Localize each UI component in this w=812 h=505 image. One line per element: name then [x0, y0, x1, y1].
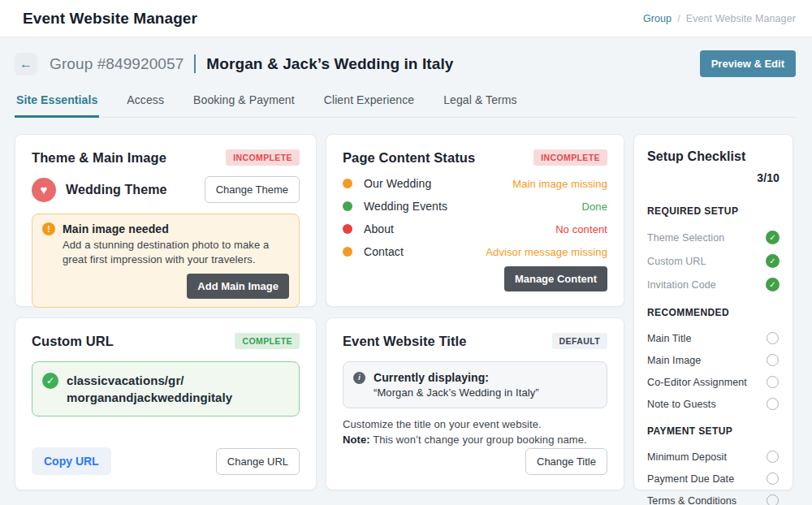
custom-url-card: Custom URL COMPLETE ✓ classicvacations/g… — [15, 317, 317, 490]
setup-checklist-card: Setup Checklist 3/10 REQUIRED SETUP Them… — [633, 134, 793, 490]
breadcrumb: Group / Event Website Manager — [643, 13, 796, 24]
checklist-section-required: REQUIRED SETUP — [647, 205, 780, 217]
custom-url-badge: COMPLETE — [235, 333, 300, 349]
event-website-title-card: Event Website Title DEFAULT i Currently … — [326, 317, 624, 490]
page-content-status-card: Page Content Status INCOMPLETE Our Weddi… — [326, 134, 624, 307]
back-button[interactable]: ← — [15, 53, 37, 76]
breadcrumb-current: Event Website Manager — [686, 13, 796, 24]
checklist-item-label: Main Title — [647, 333, 692, 344]
warning-button-row: Add Main Image — [42, 274, 289, 299]
manage-content-button[interactable]: Manage Content — [504, 266, 607, 291]
status-value: Done — [582, 201, 607, 213]
checklist-item-theme-selection: Theme Selection ✓ — [647, 231, 780, 244]
title-divider — [194, 54, 196, 73]
custom-url-header: Custom URL COMPLETE — [32, 333, 300, 349]
change-url-button[interactable]: Change URL — [216, 448, 300, 475]
main-content: ← Group #849920057 Morgan & Jack’s Weddi… — [0, 37, 812, 490]
url-display-box: ✓ classicvacations/gr/ morganandjackwedd… — [32, 361, 300, 417]
checklist-item-custom-url: Custom URL ✓ — [647, 254, 780, 268]
checklist-item-invitation-code: Invitation Code ✓ — [647, 278, 780, 291]
status-dot — [343, 201, 352, 211]
checklist-item-label: Co-Editor Assignment — [647, 377, 747, 388]
content-status-title: Page Content Status — [343, 150, 475, 166]
checklist-item-terms-conditions: Terms & Conditions — [647, 494, 780, 505]
empty-circle-icon — [767, 376, 779, 388]
website-title-header: Event Website Title DEFAULT — [343, 333, 607, 349]
tab-access[interactable]: Access — [125, 90, 166, 118]
tab-legal-terms[interactable]: Legal & Terms — [442, 90, 519, 118]
url-button-row: Copy URL Change URL — [32, 447, 300, 475]
theme-row: ♥ Wedding Theme Change Theme — [32, 176, 300, 203]
empty-circle-icon — [767, 473, 779, 485]
title-hint-text: Customize the title on your event websit… — [343, 417, 607, 448]
checklist-progress-count: 3/10 — [647, 171, 780, 184]
checklist-item-main-title: Main Title — [647, 332, 780, 344]
website-title-card-title: Event Website Title — [343, 334, 467, 349]
status-row-about: About No content — [343, 222, 607, 235]
status-value: No content — [555, 223, 607, 235]
heart-icon: ♥ — [32, 178, 56, 202]
checklist-item-label: Main Image — [647, 355, 701, 366]
add-main-image-button[interactable]: Add Main Image — [187, 274, 289, 299]
check-circle-icon: ✓ — [766, 254, 780, 268]
status-dot — [343, 224, 352, 234]
empty-circle-icon — [767, 451, 779, 463]
group-number: Group #849920057 — [50, 55, 184, 73]
change-theme-button[interactable]: Change Theme — [205, 176, 300, 203]
checklist-item-label: Note to Guests — [647, 399, 716, 410]
main-image-warning-box: ! Main image needed Add a stunning desti… — [32, 214, 300, 308]
empty-circle-icon — [767, 332, 779, 344]
status-row-our-wedding: Our Wedding Main image missing — [343, 177, 607, 190]
tab-site-essentials[interactable]: Site Essentials — [15, 90, 99, 118]
empty-circle-icon — [767, 398, 779, 410]
manage-button-row: Manage Content — [343, 266, 607, 291]
checklist-item-label: Invitation Code — [647, 279, 716, 291]
status-row-contact: Contact Advisor message missing — [343, 245, 607, 258]
checklist-section-recommended: RECOMMENDED — [647, 307, 780, 318]
status-rows: Our Wedding Main image missing Wedding E… — [343, 177, 607, 258]
warning-title: Main image needed — [63, 222, 169, 235]
check-circle-icon: ✓ — [42, 373, 58, 389]
preview-edit-button[interactable]: Preview & Edit — [700, 50, 796, 77]
status-dot — [343, 179, 352, 188]
url-line1: classicvacations/gr/ — [67, 373, 184, 387]
checklist-recommended-items: Main Title Main Image Co-Editor Assignme… — [647, 322, 780, 410]
theme-name: Wedding Theme — [66, 183, 167, 197]
card-grid: Theme & Main Image INCOMPLETE ♥ Wedding … — [15, 134, 796, 490]
checklist-title: Setup Checklist — [647, 149, 780, 164]
status-value: Main image missing — [512, 178, 607, 190]
currently-displaying-value: “Morgan & Jack’s Wedding in Italy” — [374, 386, 597, 399]
checklist-item-label: Minimum Deposit — [647, 451, 727, 463]
title-button-row: Change Title — [343, 448, 607, 475]
website-title-badge: DEFAULT — [552, 333, 607, 349]
content-status-badge: INCOMPLETE — [533, 149, 607, 166]
checklist-item-label: Custom URL — [647, 256, 706, 267]
checklist-required-items: Theme Selection ✓ Custom URL ✓ Invitatio… — [647, 221, 780, 291]
checklist-item-payment-due-date: Payment Due Date — [647, 473, 780, 485]
app-header: Event Website Manager Group / Event Webs… — [0, 0, 812, 37]
checklist-item-label: Theme Selection — [647, 232, 724, 244]
checklist-item-minimum-deposit: Minimum Deposit — [647, 451, 780, 463]
check-circle-icon: ✓ — [766, 231, 780, 244]
checklist-payment-items: Minimum Deposit Payment Due Date Terms &… — [647, 441, 780, 505]
tab-client-experience[interactable]: Client Experience — [322, 90, 416, 118]
status-row-wedding-events: Wedding Events Done — [343, 200, 607, 213]
empty-circle-icon — [767, 494, 779, 505]
status-dot — [343, 247, 352, 257]
theme-status-badge: INCOMPLETE — [226, 149, 300, 166]
change-title-button[interactable]: Change Title — [525, 448, 607, 475]
breadcrumb-group-link[interactable]: Group — [643, 13, 672, 24]
note-label: Note: — [343, 434, 370, 446]
checklist-item-label: Payment Due Date — [647, 473, 734, 485]
custom-url-title: Custom URL — [32, 334, 114, 349]
copy-url-button[interactable]: Copy URL — [32, 447, 111, 475]
tab-booking-payment[interactable]: Booking & Payment — [192, 90, 296, 118]
empty-circle-icon — [767, 354, 779, 366]
checklist-item-main-image: Main Image — [647, 354, 780, 366]
theme-main-image-card: Theme & Main Image INCOMPLETE ♥ Wedding … — [15, 134, 317, 307]
status-label: Wedding Events — [364, 200, 447, 213]
status-value: Advisor message missing — [486, 246, 607, 258]
info-icon: i — [353, 372, 365, 384]
tab-bar: Site Essentials Access Booking & Payment… — [15, 90, 796, 118]
warning-description: Add a stunning destination photo to make… — [63, 238, 289, 266]
